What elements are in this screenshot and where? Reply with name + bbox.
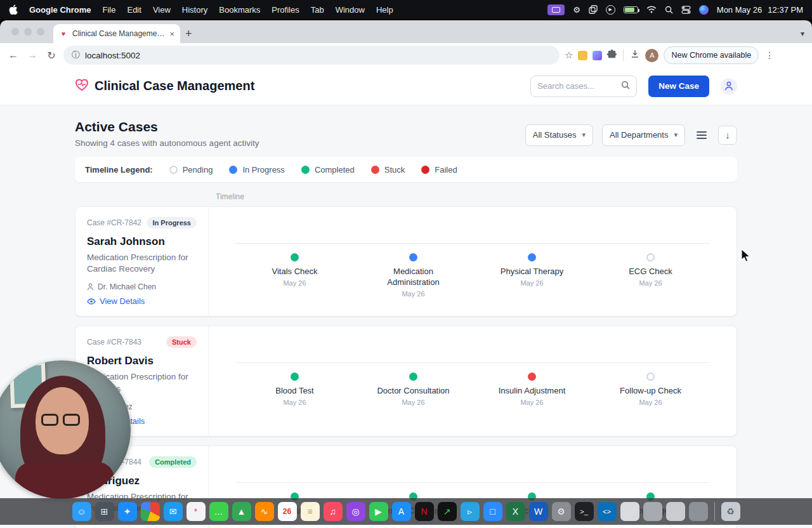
bookmark-star-icon[interactable]: ☆ [565,50,573,61]
browser-tab[interactable]: ♥ Clinical Case Management Da × [53,24,180,43]
dock-icon-safari[interactable]: ✦ [118,502,137,521]
menu-item-bookmarks[interactable]: Bookmarks [219,5,260,15]
dock-icon-photos[interactable]: * [187,502,206,521]
dock-icon-notes[interactable]: ≡ [301,502,320,521]
apple-menu-icon[interactable] [9,4,18,15]
list-view-button[interactable] [694,129,709,142]
dock-icon-chrome[interactable] [141,502,160,521]
dock-icon-mail[interactable]: ✉ [164,502,183,521]
screen-recording-indicator[interactable] [547,4,565,15]
minimize-window-button[interactable] [24,28,32,36]
dock-icon-window-thumbnail-2[interactable] [643,502,662,521]
completed-dot-icon [301,166,310,174]
dock-icon-launchpad[interactable]: ⊞ [95,502,114,521]
forward-button[interactable]: → [25,50,39,61]
tab-close-icon[interactable]: × [169,29,174,39]
dock-icon-window-thumbnail-3[interactable] [666,502,685,521]
timeline-step: Insulin AdjustmentMay 26 [473,373,591,406]
browser-menu-icon[interactable]: ⋮ [764,50,775,60]
dock-icon-app-store[interactable]: A [392,502,411,521]
menu-bar-date: Mon May 26 [717,5,763,15]
dock-icon-window-thumbnail-4[interactable] [689,502,708,521]
gear-status-icon[interactable]: ⚙ [573,6,580,14]
chrome-update-pill[interactable]: New Chrome available [664,46,759,64]
dock-icon-trash[interactable]: ♻ [721,502,740,521]
site-info-icon[interactable]: ⓘ [72,50,80,61]
browser-profile-avatar[interactable]: A [645,49,658,62]
dock-icon-finder[interactable]: ☺ [72,502,91,521]
downloads-icon[interactable] [630,49,640,62]
battery-icon[interactable] [624,6,638,13]
dock-icon-messages[interactable]: … [209,502,228,521]
menu-item-history[interactable]: History [182,5,207,15]
wifi-icon[interactable] [646,6,657,13]
inprogress-dot-icon [229,166,237,174]
play-status-icon[interactable]: ▶ [606,5,615,15]
menu-item-help[interactable]: Help [376,5,393,15]
search-box [530,76,637,97]
dock-icon-podcasts[interactable]: ◎ [346,502,365,521]
menu-item-file[interactable]: File [103,5,116,15]
department-filter-select[interactable]: All Departments▾ [602,124,685,146]
dock-icon-netflix[interactable]: N [415,502,434,521]
control-center-icon[interactable] [681,6,691,14]
spotlight-search-icon[interactable] [665,6,673,14]
step-dot [409,253,417,261]
dock-icon-calendar[interactable]: 26 [278,502,297,521]
dock-icon-telegram[interactable]: ▹ [461,502,480,521]
new-tab-button[interactable]: + [185,28,192,39]
siri-icon[interactable] [699,5,709,15]
stacked-windows-icon[interactable] [589,5,598,14]
status-badge: In Progress [147,217,197,228]
dock-icon-word[interactable]: W [529,502,548,521]
dock-icon-excel[interactable]: X [506,502,525,521]
dock-icon-stocks[interactable]: ↗ [438,502,457,521]
status-filter-select[interactable]: All Statuses▾ [525,124,593,146]
menu-item-profiles[interactable]: Profiles [272,5,299,15]
mouse-cursor [741,249,751,265]
window-controls[interactable] [11,28,44,36]
step-dot [646,373,655,381]
dock-icon-firefox[interactable]: ∿ [255,502,274,521]
dock-icon-music[interactable]: ♫ [324,502,343,521]
dock-icon-vscode[interactable]: <> [598,502,617,521]
reload-button[interactable]: ↻ [44,50,58,62]
dock-icon-window-thumbnail-1[interactable] [620,502,639,521]
extension-icon-2[interactable] [593,51,602,60]
case-info: Case #CR-7842 In Progress Sarah Johnson … [75,207,209,316]
back-button[interactable]: ← [6,50,20,61]
extension-icon-1[interactable] [578,51,587,60]
status-badge: Stuck [166,336,197,348]
app-brand: Clinical Case Management [75,79,254,94]
view-details-link[interactable]: View Details [87,296,197,306]
user-avatar[interactable] [721,78,737,95]
export-download-button[interactable]: ↓ [718,126,737,145]
dock-icon-maps[interactable]: ▲ [232,502,251,521]
menu-bar-clock[interactable]: Mon May 26 12:37 PM [717,5,803,15]
glasses [41,414,80,426]
menu-item-view[interactable]: View [153,5,171,15]
search-input[interactable] [537,81,617,91]
new-case-button[interactable]: New Case [648,76,709,97]
address-bar[interactable]: ⓘ localhost:5002 [63,46,560,65]
zoom-window-button[interactable] [37,28,44,36]
extensions-puzzle-icon[interactable] [607,50,617,62]
menu-item-tab[interactable]: Tab [311,5,324,15]
tab-search-chevron-icon[interactable]: ▾ [801,29,804,38]
dock-icon-zoom[interactable]: □ [483,502,502,521]
timeline-track [235,362,710,363]
patient-name: Robert Davis [87,355,197,367]
menu-item-window[interactable]: Window [336,5,365,15]
dock-icon-system-settings[interactable]: ⚙ [552,502,571,521]
dock-icon-facetime[interactable]: ▶ [369,502,388,521]
tab-favicon-icon: ♥ [59,29,68,38]
step-dot [646,253,655,261]
close-window-button[interactable] [11,28,19,36]
menu-app-name[interactable]: Google Chrome [29,5,91,15]
section-subheading: Showing 4 cases with autonomous agent ac… [75,138,259,148]
menu-item-edit[interactable]: Edit [127,5,141,15]
section-heading: Active Cases [75,119,259,135]
timeline-track [235,243,710,244]
dock-icon-terminal[interactable]: >_ [575,502,594,521]
legend-item-inprogress: In Progress [229,165,284,175]
